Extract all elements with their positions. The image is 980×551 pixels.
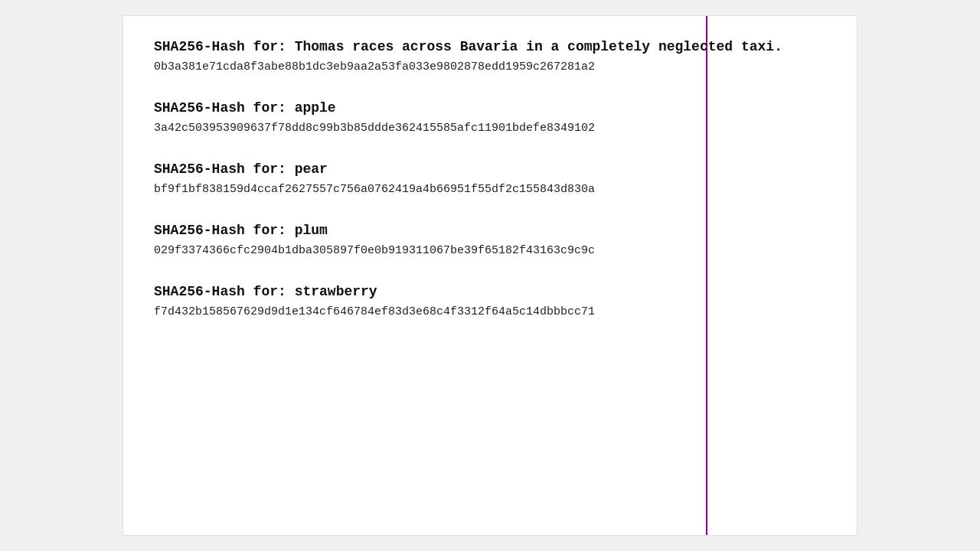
hash-block: SHA256-Hash for: Thomas races across Bav… (154, 39, 826, 73)
hash-value: 0b3a381e71cda8f3abe88b1dc3eb9aa2a53fa033… (154, 60, 826, 73)
hash-value: 3a42c503953909637f78dd8c99b3b85ddde36241… (154, 122, 826, 135)
main-container: SHA256-Hash for: Thomas races across Bav… (122, 15, 858, 536)
hash-label: SHA256-Hash for: strawberry (154, 284, 826, 299)
hash-label: SHA256-Hash for: Thomas races across Bav… (154, 39, 826, 54)
hash-block: SHA256-Hash for: pearbf9f1bf838159d4ccaf… (154, 161, 826, 196)
hash-block: SHA256-Hash for: plum029f3374366cfc2904b… (154, 223, 826, 257)
hash-value: f7d432b158567629d9d1e134cf646784ef83d3e6… (154, 305, 826, 318)
hash-label: SHA256-Hash for: apple (154, 100, 826, 116)
hash-label: SHA256-Hash for: plum (154, 223, 826, 238)
hash-label: SHA256-Hash for: pear (154, 161, 826, 177)
hash-value: 029f3374366cfc2904b1dba305897f0e0b919311… (154, 244, 826, 257)
hash-block: SHA256-Hash for: apple3a42c503953909637f… (154, 100, 826, 135)
hash-block: SHA256-Hash for: strawberryf7d432b158567… (154, 284, 826, 318)
hash-value: bf9f1bf838159d4ccaf2627557c756a0762419a4… (154, 183, 826, 196)
